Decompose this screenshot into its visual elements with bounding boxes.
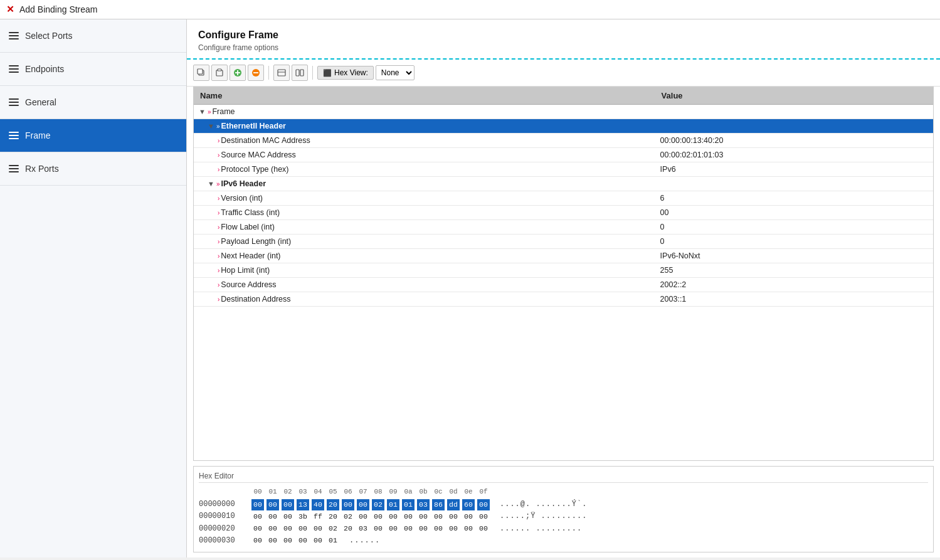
- hex-byte: 20: [327, 511, 339, 522]
- hex-byte: 00: [372, 511, 384, 522]
- table-row[interactable]: ›Traffic Class (int) 00: [194, 206, 933, 220]
- hex-offset: 00000020: [199, 523, 246, 535]
- hex-header-byte: 0a: [402, 487, 415, 498]
- hex-ascii: ...... .........: [500, 523, 582, 535]
- table-row[interactable]: ▼»EthernetII Header: [194, 119, 933, 134]
- table-row[interactable]: ›Payload Length (int) 0: [194, 235, 933, 249]
- hex-header-byte: 00: [251, 487, 264, 498]
- sidebar-item-frame[interactable]: Frame: [0, 119, 186, 152]
- hex-header-byte: 0c: [432, 487, 445, 498]
- hamburger-icon: [9, 98, 19, 106]
- table-cell-name: ›Payload Length (int): [194, 235, 655, 249]
- hex-ascii: ......: [349, 535, 380, 547]
- sidebar-item-general[interactable]: General: [0, 86, 186, 119]
- table-cell-value: 2002::2: [655, 278, 933, 292]
- hex-byte: 60: [462, 499, 475, 510]
- table-row[interactable]: ›Next Header (int) IPv6-NoNxt: [194, 249, 933, 263]
- svg-rect-1: [198, 69, 203, 74]
- hex-view-select[interactable]: None Hex ASCII: [376, 66, 414, 80]
- table-cell-name: ▼»IPv6 Header: [194, 177, 655, 191]
- toolbar-btn-paste[interactable]: [211, 65, 228, 81]
- svg-rect-9: [278, 70, 285, 76]
- table-cell-name: ›Source Address: [194, 278, 655, 292]
- hex-byte: 00: [282, 511, 294, 522]
- close-icon[interactable]: ✕: [6, 4, 14, 15]
- hex-byte: 03: [417, 499, 430, 510]
- hex-view-dropdown[interactable]: None Hex ASCII: [376, 65, 415, 80]
- hex-byte: 00: [477, 511, 490, 522]
- hex-byte: 01: [402, 499, 415, 510]
- table-row[interactable]: ›Version (int) 6: [194, 191, 933, 206]
- hex-byte: 00: [267, 511, 279, 522]
- toolbar-btn-remove[interactable]: [248, 65, 264, 81]
- table-cell-name: ›Traffic Class (int): [194, 206, 655, 220]
- hex-editor: Hex Editor 000102030405060708090a0b0c0d0…: [193, 466, 934, 552]
- col-header-value: Value: [655, 87, 933, 105]
- hex-header-byte: 02: [282, 487, 294, 498]
- toolbar-separator-2: [312, 66, 313, 80]
- hex-byte: 20: [342, 523, 354, 534]
- frame-table-wrapper: Name Value ▼»Frame ▼»EthernetII Header ›…: [193, 87, 934, 461]
- hex-view-button[interactable]: ⬛ Hex View:: [317, 66, 374, 80]
- content-area: Configure Frame Configure frame options: [187, 19, 940, 557]
- table-row[interactable]: ›Source Address 2002::2: [194, 278, 933, 292]
- table-cell-name: ›Protocol Type (hex): [194, 162, 655, 177]
- hex-row: 0000002000000000000220030000000000000000…: [199, 523, 928, 535]
- table-cell-value: 2003::1: [655, 292, 933, 307]
- hex-byte: 00: [251, 523, 264, 534]
- table-row[interactable]: ›Destination MAC Address 00:00:00:13:40:…: [194, 134, 933, 148]
- toolbar-separator-1: [268, 66, 269, 80]
- table-row[interactable]: ›Source MAC Address 00:00:02:01:01:03: [194, 148, 933, 162]
- hex-byte: 00: [447, 511, 460, 522]
- hex-byte: 00: [312, 523, 324, 534]
- page-title: Configure Frame: [198, 29, 929, 41]
- sidebar-item-select-ports[interactable]: Select Ports: [0, 19, 186, 53]
- table-row[interactable]: ›Destination Address 2003::1: [194, 292, 933, 307]
- title-bar-text: Add Binding Stream: [19, 4, 98, 14]
- table-cell-name: ▼»EthernetII Header: [194, 119, 655, 134]
- table-row[interactable]: ›Hop Limit (int) 255: [194, 263, 933, 278]
- hex-byte: 00: [432, 523, 445, 534]
- hex-header-byte: 0e: [462, 487, 475, 498]
- table-cell-value: IPv6: [655, 162, 933, 177]
- sidebar-item-endpoints[interactable]: Endpoints: [0, 53, 186, 86]
- hex-offset: 00000000: [199, 499, 246, 510]
- hex-header-byte: 01: [267, 487, 279, 498]
- sidebar-item-label: Endpoints: [25, 64, 64, 74]
- hex-byte: 13: [297, 499, 309, 510]
- sidebar-item-label: Frame: [25, 130, 50, 140]
- table-cell-value: IPv6-NoNxt: [655, 249, 933, 263]
- hex-byte: 00: [402, 511, 415, 522]
- table-row[interactable]: ›Protocol Type (hex) IPv6: [194, 162, 933, 177]
- table-cell-value: 0: [655, 235, 933, 249]
- table-row[interactable]: ›Flow Label (int) 0: [194, 220, 933, 235]
- svg-rect-12: [300, 70, 304, 76]
- toolbar-btn-view1[interactable]: [273, 65, 290, 81]
- toolbar-btn-view2[interactable]: [292, 65, 308, 81]
- table-row[interactable]: ▼»IPv6 Header: [194, 177, 933, 191]
- table-cell-name: ›Source MAC Address: [194, 148, 655, 162]
- hex-ascii: .....;Ÿ .........: [500, 510, 587, 522]
- hex-header-byte: 0f: [477, 487, 490, 498]
- hex-byte: 00: [342, 499, 354, 510]
- hamburger-icon: [9, 132, 19, 139]
- hamburger-icon: [9, 165, 19, 172]
- hex-byte: 00: [462, 511, 475, 522]
- sidebar-item-rx-ports[interactable]: Rx Ports: [0, 152, 186, 186]
- hex-row: 00000030000000000001......: [199, 535, 928, 547]
- hex-ascii: ....@. .......Ý`.: [500, 499, 587, 510]
- toolbar-btn-add[interactable]: [230, 65, 246, 81]
- hamburger-icon: [9, 32, 19, 40]
- hex-header-byte: 0b: [417, 487, 430, 498]
- table-cell-value: 0: [655, 220, 933, 235]
- hex-row: 0000000000000013402000000201010386dd6000…: [199, 499, 928, 510]
- table-row[interactable]: ▼»Frame: [194, 105, 933, 119]
- hex-byte: 00: [297, 535, 309, 546]
- hex-byte: 3b: [297, 511, 309, 522]
- hex-editor-title: Hex Editor: [199, 472, 928, 483]
- hex-byte: 00: [312, 535, 324, 546]
- hex-byte: 02: [342, 511, 354, 522]
- toolbar-btn-copy[interactable]: [193, 65, 209, 81]
- sidebar: Select Ports Endpoints General Frame Rx …: [0, 19, 187, 557]
- hex-byte: 00: [251, 535, 264, 546]
